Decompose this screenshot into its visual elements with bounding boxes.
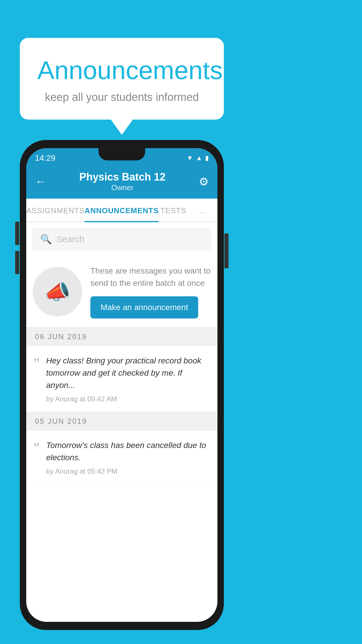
phone-mockup: 14:29 ▼ ▲ ▮ ← Physics Batch 12 Owner ⚙ A… [20, 140, 224, 630]
search-bar[interactable]: 🔍 Search [33, 228, 211, 250]
announcement-promo-card: Announcements keep all your students inf… [20, 38, 224, 120]
megaphone-icon: 📣 [44, 279, 71, 304]
wifi-icon: ▼ [187, 154, 193, 162]
settings-button[interactable]: ⚙ [199, 175, 209, 188]
promo-subtitle: keep all your students informed [37, 91, 206, 104]
promo-title: Announcements [37, 55, 206, 85]
status-icons: ▼ ▲ ▮ [187, 154, 209, 162]
announcement-meta-2: by Anurag at 05:42 PM [46, 467, 117, 475]
announcement-meta-1: by Anurag at 09:42 AM [46, 395, 117, 403]
volume-up-button [15, 222, 19, 245]
back-button[interactable]: ← [35, 175, 46, 188]
megaphone-circle: 📣 [33, 267, 82, 316]
announcement-content-1: Hey class! Bring your practical record b… [46, 355, 210, 403]
date-separator-1: 06 JUN 2019 [26, 328, 217, 346]
tab-tests[interactable]: TESTS [159, 199, 188, 222]
tab-announcements[interactable]: ANNOUNCEMENTS [85, 199, 159, 222]
phone-screen: 14:29 ▼ ▲ ▮ ← Physics Batch 12 Owner ⚙ A… [26, 148, 217, 622]
signal-icon: ▲ [196, 154, 202, 162]
tab-assignments[interactable]: ASSIGNMENTS [26, 199, 85, 222]
tab-more[interactable]: ... [188, 199, 217, 222]
search-icon: 🔍 [40, 234, 52, 245]
power-btn [224, 233, 229, 268]
announcement-text-2: Tomorrow's class has been cancelled due … [46, 439, 210, 464]
quote-icon-1: " [34, 356, 40, 371]
search-placeholder: Search [57, 234, 84, 244]
phone-notch [99, 148, 145, 160]
announcement-content-2: Tomorrow's class has been cancelled due … [46, 439, 210, 475]
intro-right-content: These are messages you want to send to t… [82, 265, 211, 318]
battery-icon: ▮ [205, 154, 209, 162]
date-separator-2: 05 JUN 2019 [26, 412, 217, 430]
batch-title: Physics Batch 12 [79, 171, 166, 183]
header-title-area: Physics Batch 12 Owner [79, 171, 166, 192]
announcement-intro-section: 📣 These are messages you want to send to… [26, 256, 217, 328]
announcement-item-2: " Tomorrow's class has been cancelled du… [26, 430, 217, 484]
volume-down-button [15, 251, 19, 274]
volume-buttons [15, 222, 19, 274]
power-button [224, 233, 229, 268]
status-time: 14:29 [35, 153, 55, 163]
announcement-text-1: Hey class! Bring your practical record b… [46, 355, 210, 391]
quote-icon-2: " [34, 441, 40, 456]
announcement-item-1: " Hey class! Bring your practical record… [26, 346, 217, 412]
tab-bar: ASSIGNMENTS ANNOUNCEMENTS TESTS ... [26, 199, 217, 222]
make-announcement-button[interactable]: Make an announcement [90, 296, 198, 318]
app-header: ← Physics Batch 12 Owner ⚙ [26, 166, 217, 199]
intro-description: These are messages you want to send to t… [90, 265, 211, 289]
batch-subtitle: Owner [79, 183, 166, 192]
